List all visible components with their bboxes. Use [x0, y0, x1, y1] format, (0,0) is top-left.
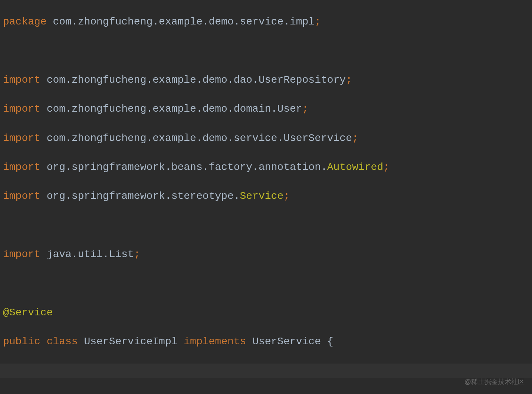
keyword-import: import — [3, 103, 40, 115]
semicolon: ; — [315, 16, 321, 27]
keyword-class: class — [47, 336, 78, 347]
watermark-text: @稀土掘金技术社区 — [464, 377, 525, 387]
code-line: import com.zhongfucheng.example.demo.dao… — [3, 73, 529, 87]
code-line: import org.springframework.beans.factory… — [3, 160, 529, 174]
code-line-cursor — [0, 364, 532, 378]
code-line: @Service — [3, 305, 529, 320]
code-line: public class UserServiceImpl implements … — [3, 334, 529, 349]
interface-name: UserService — [246, 336, 327, 347]
code-line-empty — [3, 393, 529, 394]
code-line: package com.zhongfucheng.example.demo.se… — [3, 14, 529, 29]
package-path: com.zhongfucheng.example.demo.service.im… — [47, 16, 315, 27]
keyword-public: public — [3, 336, 40, 347]
code-line: import com.zhongfucheng.example.demo.ser… — [3, 131, 529, 145]
import-class: Autowired — [327, 161, 383, 173]
import-path: java.util.List — [40, 249, 134, 260]
keyword-import: import — [3, 190, 40, 202]
semicolon: ; — [346, 74, 352, 86]
semicolon: ; — [283, 190, 290, 202]
code-line: import org.springframework.stereotype.Se… — [3, 189, 529, 203]
code-line: import com.zhongfucheng.example.demo.dom… — [3, 102, 529, 116]
import-path: org.springframework.beans.factory.annota… — [40, 161, 327, 173]
import-path: com.zhongfucheng.example.demo.domain.Use… — [40, 103, 302, 115]
semicolon: ; — [302, 103, 309, 115]
keyword-import: import — [3, 249, 40, 260]
semicolon: ; — [352, 132, 358, 144]
code-line-empty — [3, 218, 529, 233]
keyword-import: import — [3, 132, 40, 144]
semicolon: ; — [383, 161, 390, 173]
keyword-implements: implements — [184, 336, 246, 347]
semicolon: ; — [134, 249, 140, 260]
code-line-empty — [3, 276, 529, 291]
code-line-empty — [3, 44, 529, 58]
import-path: com.zhongfucheng.example.demo.service.Us… — [40, 132, 352, 144]
class-name: UserServiceImpl — [78, 336, 184, 347]
keyword-import: import — [3, 161, 40, 173]
keyword-import: import — [3, 74, 40, 86]
import-path: com.zhongfucheng.example.demo.dao.UserRe… — [40, 74, 346, 86]
annotation-service: @Service — [3, 307, 53, 318]
open-brace: { — [327, 336, 334, 347]
code-line: import java.util.List; — [3, 247, 529, 262]
import-class: Service — [240, 190, 284, 202]
import-path: org.springframework.stereotype. — [40, 190, 240, 202]
keyword-package: package — [3, 16, 47, 27]
code-editor[interactable]: package com.zhongfucheng.example.demo.se… — [0, 0, 532, 394]
